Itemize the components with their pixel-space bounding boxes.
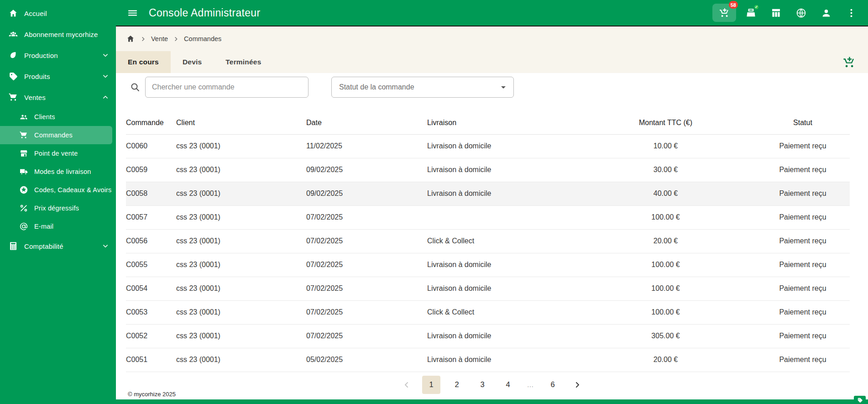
cell-montant: 100.00 € — [610, 277, 722, 300]
table-row[interactable]: C0055 css 23 (0001) 07/02/2025 Livraison… — [126, 253, 850, 277]
table-row[interactable]: C0058 css 23 (0001) 09/02/2025 Livraison… — [126, 182, 850, 205]
filters-row: Statut de la commande — [130, 77, 868, 98]
cell-commande: C0058 — [126, 182, 176, 205]
sidebar-item-point-de-vente[interactable]: Point de vente — [0, 144, 116, 163]
cell-commande: C0060 — [126, 134, 176, 158]
cart-shortcut-button[interactable] — [842, 55, 857, 70]
cell-date: 07/02/2025 — [306, 253, 427, 277]
breadcrumb-vente[interactable]: Vente — [151, 35, 168, 42]
copyright-text: © mycorhize 2025 — [128, 391, 176, 398]
pagination-page-1[interactable]: 1 — [422, 376, 440, 394]
sidebar-nav: Accueil Abonnement mycorhize Production — [0, 3, 116, 257]
sidebar-item-production[interactable]: Production — [0, 45, 116, 66]
order-search-input[interactable] — [145, 77, 309, 98]
table-row[interactable]: C0052 css 23 (0001) 07/02/2025 Livraison… — [126, 324, 850, 348]
sidebar-item-produits[interactable]: Produits — [0, 66, 116, 87]
pagination-page-3[interactable]: 3 — [473, 376, 492, 394]
topbar-storefront-button[interactable] — [765, 4, 786, 22]
storefront-icon — [19, 149, 28, 158]
sidebar-item-clients[interactable]: Clients — [0, 108, 116, 126]
cell-commande: C0051 — [126, 348, 176, 372]
pagination-prev-button[interactable] — [398, 376, 415, 394]
storefront-icon — [770, 7, 782, 19]
sidebar-item-codes-cadeaux[interactable]: Codes, Cadeaux & Avoirs — [0, 181, 116, 199]
sidebar-item-comptabilite[interactable]: Comptabilité — [0, 236, 116, 257]
pagination: 1 2 3 4 … 6 — [116, 376, 868, 394]
bottom-brand-strip — [0, 399, 868, 404]
sidebar: Accueil Abonnement mycorhize Production — [0, 0, 116, 404]
sidebar-item-email[interactable]: E-mail — [0, 217, 116, 236]
topbar-language-button[interactable] — [790, 4, 811, 22]
topbar-overflow-menu-button[interactable] — [841, 4, 862, 22]
topbar-pos-status-button[interactable]: ✓ — [740, 4, 761, 22]
cell-statut: Paiement reçu — [722, 253, 850, 277]
topbar-cart-button[interactable]: 58 — [712, 4, 736, 22]
cell-statut: Paiement reçu — [722, 205, 850, 229]
order-status-select[interactable]: Statut de la commande — [331, 77, 514, 98]
order-tabs: En cours Devis Terminées — [116, 51, 868, 73]
chevron-right-icon — [140, 36, 146, 42]
breadcrumb: Vente Commandes — [116, 26, 868, 51]
cell-montant: 40.00 € — [610, 182, 722, 205]
tab-terminees[interactable]: Terminées — [214, 51, 273, 73]
cell-client: css 23 (0001) — [176, 324, 306, 348]
breadcrumb-commandes: Commandes — [184, 35, 221, 42]
sidebar-item-label: Ventes — [24, 94, 46, 101]
cell-montant: 20.00 € — [610, 348, 722, 372]
cell-client: css 23 (0001) — [176, 229, 306, 253]
column-header-client: Client — [176, 111, 306, 134]
sidebar-item-modes-livraison[interactable]: Modes de livraison — [0, 163, 116, 181]
table-row[interactable]: C0060 css 23 (0001) 11/02/2025 Livraison… — [126, 134, 850, 158]
at-sign-icon — [19, 222, 28, 231]
cell-livraison: Livraison à domicile — [427, 158, 610, 182]
table-row[interactable]: C0054 css 23 (0001) 07/02/2025 Livraison… — [126, 277, 850, 300]
cell-montant: 10.00 € — [610, 134, 722, 158]
cell-livraison: Livraison à domicile — [427, 277, 610, 300]
pagination-page-6[interactable]: 6 — [544, 376, 562, 394]
cell-livraison: Livraison à domicile — [427, 348, 610, 372]
sidebar-item-label: Commandes — [34, 131, 73, 139]
pagination-page-4[interactable]: 4 — [499, 376, 517, 394]
cell-date: 05/02/2025 — [306, 348, 427, 372]
chevron-right-icon — [173, 36, 179, 42]
topbar-account-button[interactable] — [816, 4, 837, 22]
column-header-date: Date — [306, 111, 427, 134]
tab-en-cours[interactable]: En cours — [116, 51, 171, 73]
sidebar-item-ventes[interactable]: Ventes — [0, 87, 116, 108]
sidebar-item-label: Produits — [24, 73, 50, 80]
cell-date: 11/02/2025 — [306, 134, 427, 158]
table-row[interactable]: C0057 css 23 (0001) 07/02/2025 100.00 € … — [126, 205, 850, 229]
sidebar-item-prix-degressifs[interactable]: Prix dégressifs — [0, 199, 116, 217]
app-title: Console Administrateur — [149, 7, 260, 19]
cart-count-badge: 58 — [729, 1, 738, 9]
cell-date: 07/02/2025 — [306, 205, 427, 229]
sidebar-item-accueil[interactable]: Accueil — [0, 3, 116, 24]
chevron-down-icon — [101, 72, 110, 80]
table-row[interactable]: C0056 css 23 (0001) 07/02/2025 Click & C… — [126, 229, 850, 253]
cart-icon — [19, 131, 28, 140]
cell-montant: 100.00 € — [610, 205, 722, 229]
pagination-page-2[interactable]: 2 — [448, 376, 466, 394]
cell-commande: C0052 — [126, 324, 176, 348]
table-row[interactable]: C0051 css 23 (0001) 05/02/2025 Livraison… — [126, 348, 850, 372]
app-root: Accueil Abonnement mycorhize Production — [0, 0, 868, 404]
cell-montant: 20.00 € — [610, 229, 722, 253]
status-check-icon: ✓ — [753, 4, 759, 10]
plant-icon — [8, 50, 18, 60]
sidebar-item-commandes[interactable]: Commandes — [0, 126, 112, 144]
content-area: Vente Commandes En cours Devis Terminées — [116, 26, 868, 404]
topbar-actions: 58 ✓ — [712, 4, 862, 22]
table-row[interactable]: C0059 css 23 (0001) 09/02/2025 Livraison… — [126, 158, 850, 182]
cell-statut: Paiement reçu — [722, 229, 850, 253]
menu-toggle-button[interactable] — [122, 3, 142, 22]
page-header-band: Vente Commandes En cours Devis Terminées — [116, 26, 868, 73]
sidebar-item-abonnement[interactable]: Abonnement mycorhize — [0, 24, 116, 45]
breadcrumb-home-icon[interactable] — [126, 34, 135, 43]
calculator-icon — [8, 241, 18, 251]
cart-icon — [8, 92, 18, 102]
table-row[interactable]: C0053 css 23 (0001) 07/02/2025 Click & C… — [126, 300, 850, 324]
tab-devis[interactable]: Devis — [171, 51, 214, 73]
dropdown-arrow-icon — [498, 82, 509, 93]
pagination-next-button[interactable] — [569, 376, 586, 394]
column-header-commande: Commande — [126, 111, 176, 134]
